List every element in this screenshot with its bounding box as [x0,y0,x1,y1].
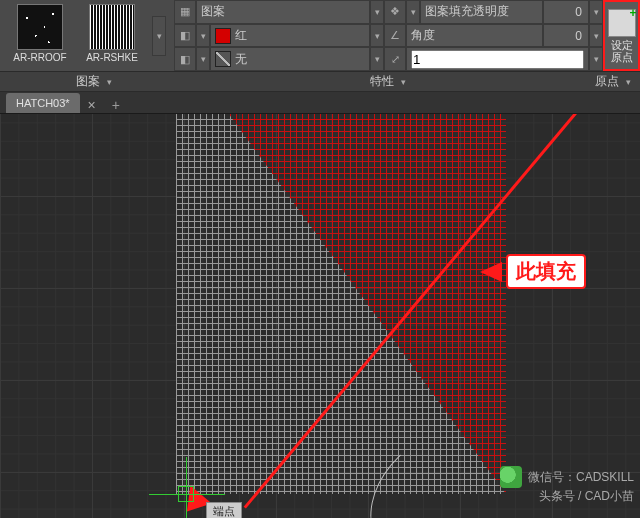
drawing-tabs: HATCH03* × + [0,92,640,114]
hatch-color-value: 红 [235,27,247,44]
tab-label: HATCH03* [16,97,70,109]
hatch-type-dropdown[interactable]: ▾ [370,0,384,24]
set-origin-button[interactable]: 设定 原点 [603,0,640,71]
properties-group: ▦ 图案 ▾ ❖ ▾ 图案填充透明度 0 ▾ ◧ ▾ 红 ▾ ∠ 角度 0 [174,0,603,71]
hatch-type-value: 图案 [201,3,225,20]
ribbon-panel-labels: 图案▾ 特性▾ 原点▾ [0,72,640,92]
bgcolor-icon: ◧ [174,47,196,71]
bgcolor-picker-dropdown[interactable]: ▾ [196,47,210,71]
scale-stepper[interactable]: ▾ [589,47,603,71]
panel-label-pattern[interactable]: 图案▾ [0,72,190,91]
pattern-swatch-label: AR-RSHKE [86,52,138,63]
pattern-thumb-icon [89,4,135,50]
color-icon: ◧ [174,24,196,48]
color-picker-dropdown[interactable]: ▾ [196,24,210,48]
scale-icon: ⤢ [384,47,406,71]
ribbon: AR-RROOF AR-RSHKE ▾ ▦ 图案 ▾ ❖ ▾ 图案填充透明度 0… [0,0,640,72]
pattern-swatch-ar-rroof[interactable]: AR-RROOF [8,4,72,67]
osnap-tooltip: 端点 [206,502,242,518]
hatch-bgcolor-field[interactable]: 无 [210,47,370,71]
tab-hatch03[interactable]: HATCH03* [6,93,80,113]
angle-value[interactable]: 0 [543,24,589,48]
panel-label-origin[interactable]: 原点▾ [588,72,640,91]
hatch-color-dropdown[interactable]: ▾ [370,24,384,48]
transparency-mode-dropdown[interactable]: ▾ [406,0,420,24]
pattern-swatch-group: AR-RROOF AR-RSHKE ▾ [0,0,174,71]
angle-label: 角度 [406,24,543,48]
pattern-swatch-label: AR-RROOF [13,52,66,63]
pattern-thumb-icon [17,4,63,50]
scale-input[interactable] [411,50,584,69]
hatch-bgcolor-value: 无 [235,51,247,68]
osnap-endpoint-marker [178,486,194,502]
transparency-value[interactable]: 0 [543,0,589,24]
transparency-icon: ❖ [384,0,406,24]
hatch-bgcolor-dropdown[interactable]: ▾ [370,47,384,71]
annotation-callout: 此填充 [480,254,586,289]
angle-stepper[interactable]: ▾ [589,24,603,48]
color-swatch-red-icon [215,28,231,44]
callout-arrow-icon [480,262,502,282]
callout-text: 此填充 [506,254,586,289]
watermark-line2: 头条号 / CAD小苗 [500,488,634,504]
angle-icon: ∠ [384,24,406,48]
transparency-label: 图案填充透明度 [420,0,543,24]
hatch-color-field[interactable]: 红 [210,24,370,48]
pattern-swatch-ar-rshke[interactable]: AR-RSHKE [80,4,144,67]
color-swatch-none-icon [215,51,231,67]
set-origin-icon [608,9,636,37]
drawing-area[interactable]: 此填充 端点 微信号：CADSKILL 头条号 / CAD小苗 [0,114,640,518]
panel-label-properties[interactable]: 特性▾ [190,72,588,91]
wechat-icon [500,466,522,488]
hatch-type-field[interactable]: 图案 [196,0,370,24]
tab-new-button[interactable]: + [104,97,128,113]
tab-close-button[interactable]: × [82,97,102,113]
pattern-more-dropdown[interactable]: ▾ [152,16,166,56]
transparency-stepper[interactable]: ▾ [589,0,603,24]
watermark: 微信号：CADSKILL 头条号 / CAD小苗 [500,466,634,504]
set-origin-label: 设定 原点 [611,39,633,63]
watermark-line1: 微信号：CADSKILL [528,469,634,485]
scale-field[interactable] [406,47,589,71]
hatch-type-icon: ▦ [174,0,196,24]
